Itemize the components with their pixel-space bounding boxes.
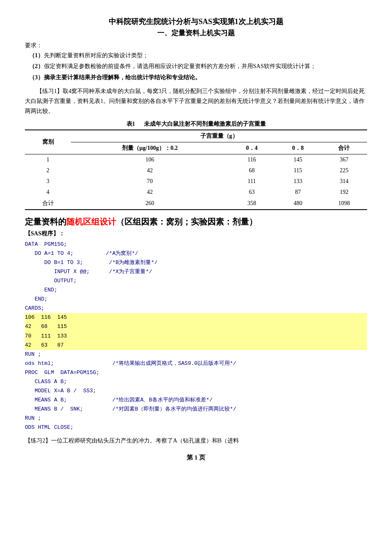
req-num-3: （3） bbox=[29, 73, 44, 82]
sas-program-label: 【SAS程序】： bbox=[25, 230, 367, 237]
code-line: 106 116 145 bbox=[25, 313, 367, 322]
req-num-1: （1） bbox=[29, 51, 44, 60]
code-line: OUTPUT; bbox=[25, 276, 367, 286]
col-total-header: 合计 bbox=[321, 142, 367, 154]
table-cell: 358 bbox=[229, 198, 275, 210]
col-dose3-header: 0．8 bbox=[275, 142, 321, 154]
table-cell: 42 bbox=[71, 187, 229, 198]
table-cell: 480 bbox=[275, 198, 321, 210]
col-dose2-header: 0．4 bbox=[229, 142, 275, 154]
table-cell: 42 bbox=[71, 165, 229, 176]
table-row: 1106116145367 bbox=[25, 154, 367, 165]
table-cell: 192 bbox=[321, 187, 367, 198]
code-line: DO A=1 TO 4; /*A为窝别*/ bbox=[25, 249, 367, 258]
table-cell: 111 bbox=[229, 176, 275, 187]
title-pre: 中科院研究生院统计分析与 bbox=[109, 17, 198, 26]
code-line: RUN ; bbox=[25, 350, 367, 359]
req-text-3: 摘录主要计算结果并合理解释，给出统计学结论和专业结论。 bbox=[44, 73, 367, 82]
design-post: （区组因素：窝别；实验因素：剂量） bbox=[116, 217, 257, 226]
table-row: 4426387192 bbox=[25, 187, 367, 198]
code-line: MEANS A B; /*给出因素A、B各水平的均值和标准差*/ bbox=[25, 396, 367, 405]
table-row: 370111133314 bbox=[25, 176, 367, 187]
table-cell: 145 bbox=[275, 154, 321, 165]
table-cell: 133 bbox=[275, 176, 321, 187]
col-main-header: 子宫重量（g） bbox=[71, 130, 367, 142]
page-footer: 第 1 页 bbox=[25, 454, 367, 462]
design-pre: 定量资料的 bbox=[25, 217, 66, 226]
code-line: MODEL X=A B / SS3; bbox=[25, 386, 367, 396]
title-num: 1 bbox=[235, 17, 239, 26]
table-cell: 260 bbox=[71, 198, 229, 210]
exercise1-intro: 【练习1】取4窝不同种系未成年的大白鼠，每窝3只，随机分配到三个实验组中，分别注… bbox=[25, 86, 367, 116]
code-line: RUN ; bbox=[25, 414, 367, 423]
table-cell: 106 bbox=[71, 154, 229, 165]
code-block: DATA PGM15G; DO A=1 TO 4; /*A为窝别*/ DO B=… bbox=[25, 240, 367, 433]
requirements-block: 要求： （1） 先判断定量资料所对应的实验设计类型； （2） 假定资料满足参数检… bbox=[25, 42, 367, 82]
table-cell: 1 bbox=[25, 154, 71, 165]
req-list: （1） 先判断定量资料所对应的实验设计类型； （2） 假定资料满足参数检验的前提… bbox=[25, 51, 367, 82]
table-cell: 3 bbox=[25, 176, 71, 187]
code-line: END; bbox=[25, 286, 367, 295]
title-sas: SAS bbox=[198, 17, 212, 26]
table-cell: 68 bbox=[229, 165, 275, 176]
req-header: 要求： bbox=[25, 42, 367, 49]
code-line: PROC GLM DATA=PGM15G; bbox=[25, 368, 367, 377]
title-end: 次上机实习题 bbox=[239, 17, 283, 26]
code-line: ODS HTML CLOSE; bbox=[25, 423, 367, 432]
table-cell: 367 bbox=[321, 154, 367, 165]
table-cell: 70 bbox=[71, 176, 229, 187]
code-line: END; bbox=[25, 295, 367, 304]
data-table: 窝别 子宫重量（g） 剂量（μg/100g）：0.2 0．4 0．8 合计 11… bbox=[25, 130, 367, 210]
req-text-1: 先判断定量资料所对应的实验设计类型； bbox=[44, 51, 367, 60]
design-red: 随机区组设计 bbox=[66, 217, 116, 226]
table-cell: 87 bbox=[275, 187, 321, 198]
table-cell: 1098 bbox=[321, 198, 367, 210]
table-cell: 225 bbox=[321, 165, 367, 176]
code-line: INPUT X @@; /*X为子宫重量*/ bbox=[25, 267, 367, 276]
table-row: 24268115225 bbox=[25, 165, 367, 176]
code-line: CARDS; bbox=[25, 304, 367, 313]
col-dose1-header: 剂量（μg/100g）：0.2 bbox=[71, 142, 229, 154]
table-cell: 合计 bbox=[25, 198, 71, 210]
table-cell: 314 bbox=[321, 176, 367, 187]
table-caption-text: 未成年大白鼠注射不同剂量雌激素后的子宫重量 bbox=[144, 121, 266, 127]
req-item-1: （1） 先判断定量资料所对应的实验设计类型； bbox=[29, 51, 367, 60]
design-heading: 定量资料的随机区组设计（区组因素：窝别；实验因素：剂量） bbox=[25, 216, 367, 227]
title-post: 实现第 bbox=[212, 17, 235, 26]
code-line: MEANS B / SNK; /*对因素B（即剂量）各水平的均值进行两两比较*/ bbox=[25, 405, 367, 414]
code-line: DO B=1 TO 3; /*B为雌激素剂量*/ bbox=[25, 258, 367, 267]
table-cell: 4 bbox=[25, 187, 71, 198]
code-line: 70 111 133 bbox=[25, 332, 367, 341]
code-line: DATA PGM15G; bbox=[25, 240, 367, 249]
exercise2-text: 【练习2】一位工程师研究由钻头压力产生的冲力。考察了A（钻孔速度）和B（进料 bbox=[25, 438, 239, 444]
req-text-2: 假定资料满足参数检验的前提条件，请选用相应设计的定量资料的方差分析，并用SAS软… bbox=[44, 62, 367, 71]
table-caption: 表1 未成年大白鼠注射不同剂量雌激素后的子宫重量 bbox=[25, 120, 367, 128]
code-line: CLASS A B; bbox=[25, 377, 367, 386]
exercise2-block: 【练习2】一位工程师研究由钻头压力产生的冲力。考察了A（钻孔速度）和B（进料 bbox=[25, 436, 367, 446]
table-cell: 2 bbox=[25, 165, 71, 176]
code-line: 42 63 87 bbox=[25, 341, 367, 350]
table-cell: 116 bbox=[229, 154, 275, 165]
table-cell: 115 bbox=[275, 165, 321, 176]
table-cell: 63 bbox=[229, 187, 275, 198]
code-line: 42 68 115 bbox=[25, 322, 367, 331]
req-num-2: （2） bbox=[29, 62, 44, 71]
page-title-line1: 中科院研究生院统计分析与SAS实现第1次上机实习题 bbox=[25, 17, 367, 27]
req-item-2: （2） 假定资料满足参数检验的前提条件，请选用相应设计的定量资料的方差分析，并用… bbox=[29, 62, 367, 71]
table-row: 合计2603584801098 bbox=[25, 198, 367, 210]
req-item-3: （3） 摘录主要计算结果并合理解释，给出统计学结论和专业结论。 bbox=[29, 73, 367, 82]
req-bold-3: 摘录主要计算结果并合理解释，给出统计学结论和专业结论。 bbox=[44, 74, 201, 81]
table-container: 表1 未成年大白鼠注射不同剂量雌激素后的子宫重量 窝别 子宫重量（g） 剂量（μ… bbox=[25, 120, 367, 210]
col-label-header: 窝别 bbox=[25, 130, 71, 154]
section-title: 一、定量资料上机实习题 bbox=[25, 28, 367, 38]
table-caption-num: 表1 bbox=[127, 121, 135, 127]
code-line: ods html; /*将结果输出成网页格式，SAS9.0以后版本可用*/ bbox=[25, 359, 367, 368]
